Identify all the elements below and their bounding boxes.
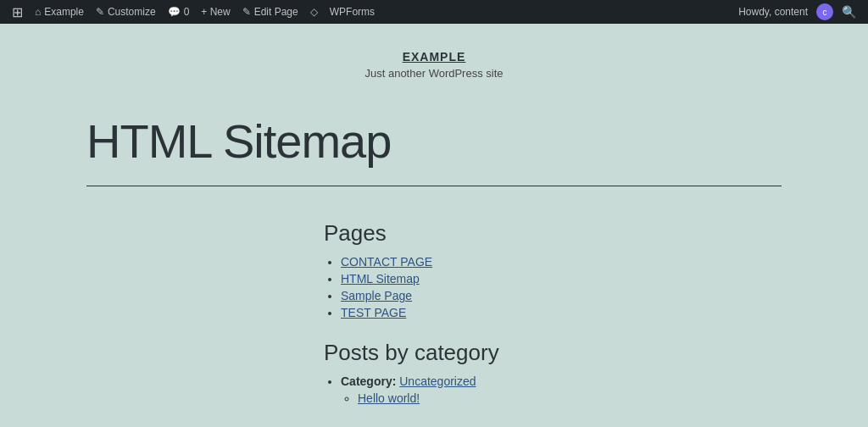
hello-world-link[interactable]: Hello world! — [358, 391, 420, 405]
title-divider — [86, 186, 782, 186]
admin-bar-divi[interactable]: ◇ — [305, 0, 323, 24]
admin-bar-comments[interactable]: 💬 0 — [163, 0, 195, 24]
category-list: Category: Uncategorized Hello world! — [324, 374, 544, 405]
sub-list: Hello world! — [341, 391, 544, 405]
site-tagline: Just another WordPress site — [17, 67, 851, 80]
list-item: TEST PAGE — [341, 306, 544, 319]
posts-heading: Posts by category — [324, 340, 544, 366]
customize-icon: ✎ — [96, 6, 104, 18]
main-content: HTML Sitemap Pages CONTACT PAGE HTML Sit… — [53, 97, 815, 427]
admin-bar-new[interactable]: + New — [196, 0, 235, 24]
admin-bar-wpforms[interactable]: WPForms — [325, 0, 380, 24]
test-page-link[interactable]: TEST PAGE — [341, 306, 406, 319]
list-item: CONTACT PAGE — [341, 255, 544, 269]
user-avatar[interactable]: c — [816, 3, 833, 20]
howdy-text: Howdy, content — [733, 6, 813, 18]
pages-list: CONTACT PAGE HTML Sitemap Sample Page TE… — [324, 255, 544, 319]
search-icon[interactable]: 🔍 — [837, 5, 861, 19]
list-item: HTML Sitemap — [341, 272, 544, 286]
edit-icon: ✎ — [242, 6, 251, 18]
admin-bar-example[interactable]: ⌂ Example — [30, 0, 89, 24]
divi-icon: ◇ — [310, 6, 318, 18]
admin-bar-customize[interactable]: ✎ Customize — [91, 0, 161, 24]
page-title: HTML Sitemap — [86, 114, 782, 169]
html-sitemap-link[interactable]: HTML Sitemap — [341, 272, 420, 286]
admin-bar: ⊞ ⌂ Example ✎ Customize 💬 0 + New ✎ Edit… — [0, 0, 868, 24]
home-icon: ⌂ — [35, 6, 41, 18]
site-title[interactable]: EXAMPLE — [403, 50, 466, 64]
category-label: Category: — [341, 374, 396, 388]
comment-icon: 💬 — [168, 6, 181, 18]
site-header: EXAMPLE Just another WordPress site — [0, 24, 868, 97]
pages-heading: Pages — [324, 220, 544, 247]
wp-logo-icon: ⊞ — [12, 4, 23, 20]
admin-bar-edit-page[interactable]: ✎ Edit Page — [237, 0, 303, 24]
wp-logo-button[interactable]: ⊞ — [7, 0, 28, 24]
sample-page-link[interactable]: Sample Page — [341, 289, 412, 302]
list-item: Hello world! — [358, 391, 544, 405]
posts-section: Posts by category Category: Uncategorize… — [324, 340, 544, 408]
list-item: Category: Uncategorized Hello world! — [341, 374, 544, 405]
list-item: Sample Page — [341, 289, 544, 302]
sitemap-section: Pages CONTACT PAGE HTML Sitemap Sample P… — [86, 220, 782, 425]
contact-page-link[interactable]: CONTACT PAGE — [341, 255, 432, 269]
uncategorized-link[interactable]: Uncategorized — [399, 374, 476, 388]
pages-section: Pages CONTACT PAGE HTML Sitemap Sample P… — [324, 220, 544, 323]
